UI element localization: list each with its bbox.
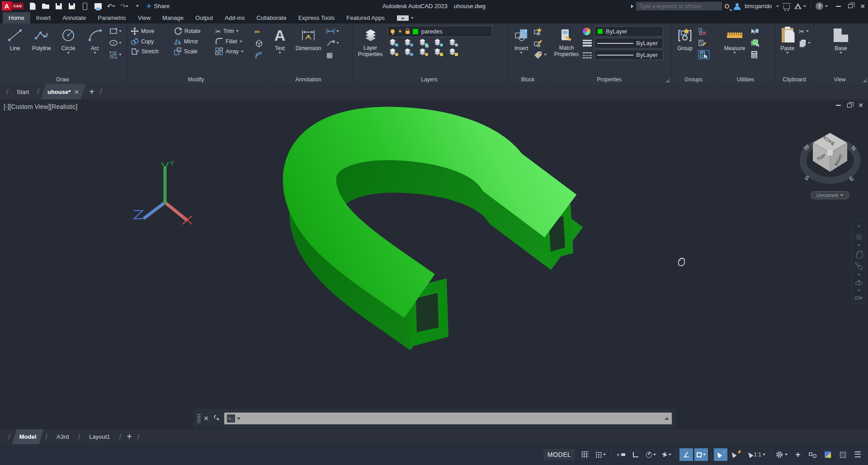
grid-display-toggle[interactable] xyxy=(578,448,592,461)
annotation-scale-button[interactable]: 1:1 xyxy=(745,448,768,461)
command-line-bar[interactable]: ✕ >_ xyxy=(193,409,675,428)
annotation-visibility-toggle[interactable]: ○ xyxy=(714,448,727,461)
layer-unisolate-icon[interactable] xyxy=(402,48,413,56)
panel-label-modify[interactable]: Modify xyxy=(128,75,266,84)
arc-tool[interactable]: Arc xyxy=(83,26,107,54)
share-button[interactable]: ✈ Share xyxy=(146,2,170,10)
navigation-wheel-icon[interactable]: ◎ xyxy=(856,232,863,241)
edit-block-icon[interactable] xyxy=(533,38,547,47)
command-grip-handle[interactable] xyxy=(197,413,200,423)
explode-tool[interactable] xyxy=(255,39,264,48)
create-block-icon[interactable] xyxy=(533,27,547,36)
layer-on2-icon[interactable] xyxy=(387,48,398,56)
command-close-icon[interactable]: ✕ xyxy=(203,415,209,422)
paste-button[interactable]: Paste xyxy=(778,26,797,54)
properties-dialog-launcher-icon[interactable] xyxy=(666,79,670,82)
close-tab-icon[interactable]: ✕ xyxy=(74,89,79,95)
panel-label-draw[interactable]: Draw xyxy=(0,75,127,84)
viewport-close-icon[interactable]: ✕ xyxy=(858,102,863,108)
polar-tracking-toggle[interactable] xyxy=(644,448,658,461)
plot-icon[interactable] xyxy=(94,2,103,11)
viewport-restore-icon[interactable] xyxy=(847,103,852,108)
isolate-objects-button[interactable] xyxy=(806,448,820,461)
drawing-canvas[interactable]: [-][Custom View][Realistic] ✕ xyxy=(0,99,868,429)
copy-tool[interactable]: Copy xyxy=(131,38,167,45)
layout-tab-layout1[interactable]: Layout1 xyxy=(82,429,117,444)
isometric-drafting-toggle[interactable]: ✚ xyxy=(660,448,674,461)
dimension-linear-tool[interactable] xyxy=(326,27,339,36)
redo-icon[interactable]: ↷ xyxy=(120,2,129,11)
file-tab-start[interactable]: Start xyxy=(10,84,35,99)
hatch-tool[interactable] xyxy=(109,50,122,59)
erase-tool[interactable]: ✏ xyxy=(255,27,264,36)
orbit-icon[interactable] xyxy=(855,279,863,287)
autodesk-app-menu[interactable] xyxy=(794,3,806,9)
annotation-monitor-toggle[interactable]: + xyxy=(791,448,805,461)
ortho-mode-toggle[interactable] xyxy=(629,448,642,461)
layer-thaw2-icon[interactable] xyxy=(417,48,428,56)
quick-calculator-icon[interactable] xyxy=(750,50,760,59)
layer-prev-icon[interactable] xyxy=(447,48,458,56)
polyline-tool[interactable]: Polyline xyxy=(29,26,54,52)
dimension-tool[interactable]: Dimension xyxy=(292,26,324,52)
navigation-bar[interactable]: ✕ ◎ ▧▶ xyxy=(852,221,866,304)
window-restore-icon[interactable] xyxy=(848,4,853,8)
viewport-controls-label[interactable]: [-][Custom View][Realistic] xyxy=(4,103,77,110)
circle-tool[interactable]: Circle xyxy=(56,26,80,54)
help-search-input[interactable] xyxy=(636,2,722,10)
ungroup-icon[interactable] xyxy=(698,27,709,36)
offset-tool[interactable] xyxy=(255,51,264,60)
layer-freeze-icon[interactable]: ❄ xyxy=(417,39,428,47)
linetype-dropdown[interactable]: ByLayer xyxy=(594,50,663,60)
viewport-minimize-icon[interactable] xyxy=(836,105,841,106)
layer-off-icon[interactable] xyxy=(387,39,398,47)
viewcube-preset-dropdown[interactable]: Unnamed xyxy=(811,191,849,199)
new-layout-button[interactable]: + xyxy=(123,429,136,444)
infer-constraints-toggle[interactable]: + xyxy=(614,448,627,461)
panel-label-annotation[interactable]: Annotation xyxy=(267,75,352,84)
recent-commands-caret[interactable] xyxy=(237,418,241,420)
clean-screen-button[interactable] xyxy=(836,448,849,461)
tab-manage[interactable]: Manage xyxy=(156,12,189,23)
layer-match-icon[interactable] xyxy=(447,39,458,47)
layer-properties-button[interactable]: Layer Properties xyxy=(355,26,385,58)
account-dropdown-icon[interactable] xyxy=(776,5,779,7)
panel-label-properties[interactable]: Properties xyxy=(550,75,671,84)
tab-view[interactable]: View xyxy=(132,12,156,23)
array-tool[interactable]: Array xyxy=(215,47,252,55)
ellipse-tool[interactable] xyxy=(109,38,122,47)
new-drawing-tab-button[interactable]: + xyxy=(85,84,98,99)
viewcube[interactable]: W N S E BACK TOP RIGHT xyxy=(802,133,857,183)
customize-quick-access-icon[interactable] xyxy=(133,2,142,11)
text-tool[interactable]: A Text xyxy=(269,26,290,54)
tab-home[interactable]: Home xyxy=(3,12,30,23)
panel-label-utilities[interactable]: Utilities xyxy=(718,75,775,84)
app-store-cart-icon[interactable] xyxy=(783,5,790,9)
cut-icon[interactable]: ✂ xyxy=(799,27,811,36)
object-color-dropdown[interactable]: ByLayer xyxy=(594,26,663,37)
fillet-tool[interactable]: Fillet xyxy=(215,38,252,45)
group-button[interactable]: Group xyxy=(674,26,696,52)
group-edit-icon[interactable] xyxy=(698,38,709,47)
base-button[interactable]: Base xyxy=(829,26,853,54)
layer-dropdown[interactable]: ☀ paredes xyxy=(387,26,492,37)
mirror-tool[interactable]: Mirror xyxy=(174,38,209,45)
save-as-icon[interactable] xyxy=(67,2,76,11)
graphics-performance-button[interactable] xyxy=(821,448,835,461)
undo-icon[interactable]: ↶ xyxy=(107,2,116,11)
command-history-toggle[interactable] xyxy=(665,417,669,420)
move-tool[interactable]: Move xyxy=(131,27,167,35)
tab-parametric[interactable]: Parametric xyxy=(92,12,132,23)
tab-featured-apps[interactable]: Featured Apps xyxy=(340,12,391,23)
window-close-icon[interactable]: ✕ xyxy=(860,3,865,9)
leader-tool[interactable] xyxy=(326,38,339,47)
view-dialog-launcher-icon[interactable] xyxy=(863,79,867,82)
measure-button[interactable]: Measure xyxy=(721,26,748,54)
open-file-icon[interactable] xyxy=(41,2,50,11)
tab-output[interactable]: Output xyxy=(189,12,219,23)
insert-block-button[interactable]: Insert xyxy=(511,26,531,54)
panel-label-layers[interactable]: Layers xyxy=(353,75,508,84)
match-properties-button[interactable]: Match Properties xyxy=(552,26,580,58)
new-file-icon[interactable] xyxy=(28,2,37,11)
rectangle-tool[interactable] xyxy=(109,27,122,36)
